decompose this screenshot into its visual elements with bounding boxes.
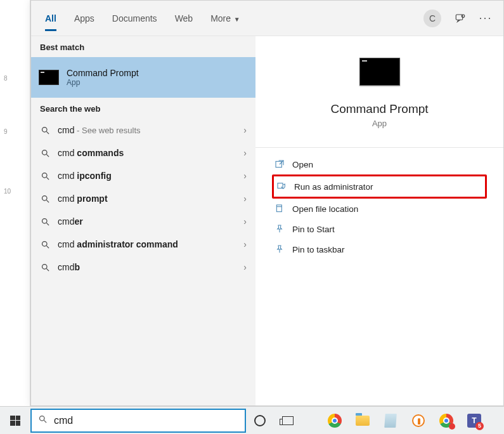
search-icon (40, 171, 50, 181)
chevron-right-icon: › (243, 125, 247, 135)
preview-title: Command Prompt (330, 102, 428, 116)
taskbar-app-security[interactable] (404, 407, 432, 435)
svg-rect-16 (276, 161, 281, 167)
chrome-icon (439, 414, 453, 428)
svg-line-22 (44, 420, 46, 423)
folder-icon (272, 204, 287, 214)
preview-app-icon (359, 58, 400, 86)
svg-point-8 (42, 195, 47, 201)
svg-line-3 (46, 131, 49, 134)
svg-point-4 (42, 150, 47, 155)
cortana-button[interactable] (246, 407, 274, 435)
chevron-right-icon: › (243, 194, 247, 204)
tab-web[interactable]: Web (166, 1, 202, 36)
preview-column: Command Prompt App Open Run as administr… (255, 36, 503, 405)
search-web-label: Search the web (31, 98, 255, 119)
best-match-result[interactable]: Command Prompt App (31, 57, 255, 98)
chrome-icon (328, 414, 342, 428)
preview-sub: App (372, 119, 387, 128)
best-match-label: Best match (31, 36, 255, 57)
ruler-left: 8 9 10 (0, 0, 30, 406)
open-icon (272, 159, 287, 169)
windows-logo-icon (10, 416, 20, 426)
caret-down-icon: ▼ (232, 16, 240, 23)
teams-icon: T5 (467, 414, 481, 428)
taskbar: cmd T5 (0, 406, 504, 434)
tab-more[interactable]: More ▼ (202, 1, 249, 36)
svg-point-12 (42, 241, 47, 246)
taskbar-app-chrome-2[interactable] (432, 407, 460, 435)
tab-all[interactable]: All (36, 1, 65, 36)
svg-point-2 (42, 127, 47, 132)
folder-icon (356, 416, 370, 426)
start-button[interactable] (0, 407, 30, 435)
notepad-icon (384, 414, 397, 428)
cmd-thumb-icon (39, 70, 59, 85)
taskbar-app-explorer[interactable] (349, 407, 377, 435)
pin-start-icon (272, 224, 287, 234)
taskbar-app-chrome[interactable] (321, 407, 349, 435)
search-tabbar: All Apps Documents Web More ▼ C ··· (31, 1, 503, 36)
keyhole-icon (412, 414, 425, 427)
web-result-cmder[interactable]: cmder › (31, 210, 255, 233)
chevron-right-icon: › (243, 148, 247, 158)
results-column: Best match Command Prompt App Search the… (31, 36, 255, 405)
svg-line-13 (46, 246, 49, 248)
search-icon (38, 414, 48, 426)
action-run-admin[interactable]: Run as administrator (274, 176, 485, 197)
user-avatar[interactable]: C (423, 10, 441, 27)
pin-taskbar-icon (272, 244, 287, 254)
search-icon (40, 148, 50, 158)
svg-rect-18 (276, 205, 281, 212)
chevron-right-icon: › (243, 216, 247, 227)
svg-line-11 (46, 223, 49, 225)
best-match-title: Command Prompt (67, 68, 139, 78)
svg-point-1 (462, 15, 465, 18)
run-as-admin-highlight: Run as administrator (272, 174, 487, 199)
more-options-icon[interactable]: ··· (475, 8, 496, 29)
svg-point-14 (42, 264, 47, 269)
svg-point-21 (40, 416, 45, 421)
web-result-cmd-commands[interactable]: cmd commands › (31, 141, 255, 164)
web-result-cmd[interactable]: cmd - See web results › (31, 119, 255, 141)
action-pin-start[interactable]: Pin to Start (272, 219, 487, 239)
shield-icon (274, 181, 289, 192)
web-result-cmd-prompt[interactable]: cmd prompt › (31, 187, 255, 210)
svg-line-7 (46, 177, 49, 180)
start-search-panel: All Apps Documents Web More ▼ C ··· Best… (30, 0, 504, 406)
taskview-icon (282, 416, 294, 425)
chevron-right-icon: › (243, 262, 247, 272)
tab-documents[interactable]: Documents (103, 1, 166, 36)
divider (255, 147, 503, 148)
taskbar-app-notepad[interactable] (377, 407, 404, 435)
best-match-sub: App (67, 78, 139, 87)
web-result-cmd-admin[interactable]: cmd administrator command › (31, 233, 255, 256)
svg-point-10 (42, 218, 47, 223)
circle-icon (254, 415, 266, 426)
web-result-cmdb[interactable]: cmdb › (31, 256, 255, 279)
search-icon (40, 194, 50, 204)
search-icon (40, 125, 50, 135)
task-view-button[interactable] (274, 407, 302, 435)
svg-line-5 (46, 154, 49, 157)
taskbar-search-box[interactable]: cmd (30, 409, 246, 433)
web-result-cmd-ipconfig[interactable]: cmd ipconfig › (31, 164, 255, 187)
svg-point-6 (42, 173, 47, 178)
search-icon (40, 216, 50, 227)
search-icon (40, 239, 50, 249)
feedback-icon[interactable] (450, 8, 470, 29)
chevron-right-icon: › (243, 239, 247, 249)
tab-apps[interactable]: Apps (65, 1, 103, 36)
svg-line-15 (46, 268, 49, 271)
teams-badge: 5 (475, 422, 484, 430)
search-input-value: cmd (54, 415, 73, 426)
action-pin-taskbar[interactable]: Pin to taskbar (272, 239, 487, 260)
chevron-right-icon: › (243, 171, 247, 181)
action-open[interactable]: Open (272, 154, 487, 174)
action-open-location[interactable]: Open file location (272, 199, 487, 219)
svg-line-9 (46, 200, 49, 202)
taskbar-app-teams[interactable]: T5 (460, 407, 488, 435)
search-icon (40, 262, 50, 272)
